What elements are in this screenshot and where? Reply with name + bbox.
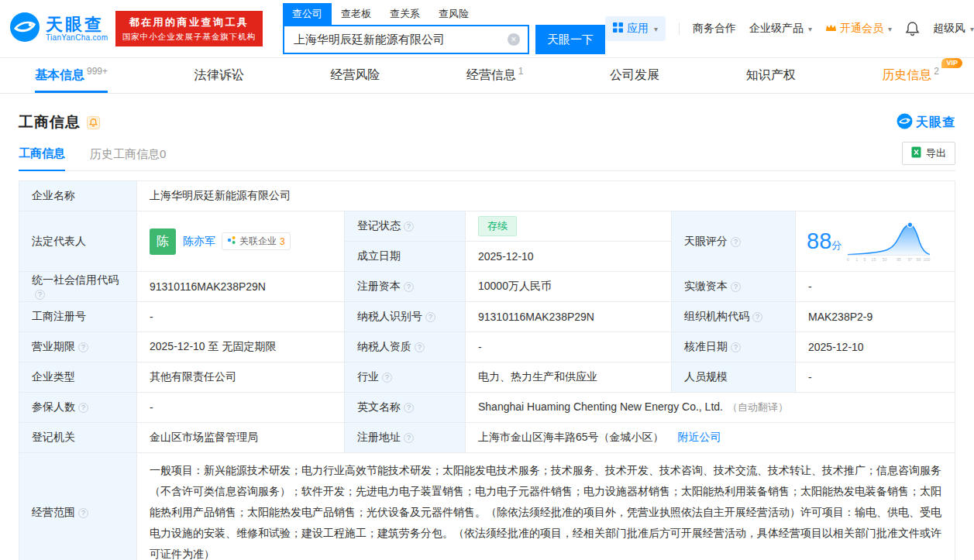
svg-text:1: 1	[855, 257, 858, 262]
tab-business-info[interactable]: 经营信息1	[466, 58, 524, 93]
legal-rep-label: 法定代表人	[19, 211, 137, 272]
industry-value: 电力、热力生产和供应业	[466, 362, 672, 393]
reg-authority-label: 登记机关	[19, 423, 137, 453]
legal-rep-cell: 陈 陈亦军 关联企业 3	[137, 211, 345, 272]
approval-date-label: 核准日期?	[672, 332, 796, 362]
svg-text:95: 95	[897, 257, 901, 262]
tianyancha-watermark: 天眼查	[897, 113, 955, 132]
search-tab-risk[interactable]: 查风险	[429, 3, 478, 25]
auto-translate-note: （自动翻译）	[728, 401, 788, 413]
help-icon[interactable]: ?	[731, 237, 741, 247]
svg-text:5: 5	[864, 257, 866, 262]
paid-capital-value: -	[796, 272, 955, 302]
tianyancha-logo[interactable]: 天眼查 TianYanCha.com	[9, 12, 108, 46]
english-name-label: 英文名称?	[345, 393, 466, 423]
tab-company-development[interactable]: 公司发展	[610, 58, 659, 93]
svg-text:97: 97	[908, 257, 913, 262]
help-icon[interactable]: ?	[382, 373, 392, 383]
search-input[interactable]	[292, 33, 508, 47]
section-title: 工商信息	[19, 112, 81, 132]
tianyancha-logo-icon	[9, 12, 40, 46]
search-button[interactable]: 天眼一下	[535, 25, 605, 54]
business-term-label: 营业期限?	[19, 332, 137, 362]
score-distribution-chart: 0 1 5 15 50 95 97 99 100	[846, 220, 934, 263]
company-type-value: 其他有限责任公司	[137, 362, 345, 393]
search-tab-relations[interactable]: 查关系	[380, 3, 429, 25]
reg-status-value: 存续	[466, 211, 672, 242]
apps-menu[interactable]: 应用 ▾	[605, 16, 666, 41]
score-cell[interactable]: 88分	[796, 211, 955, 272]
help-icon[interactable]: ?	[404, 433, 414, 443]
business-info-table: 企业名称 上海华明辰廷新能源有限公司 法定代表人 陈 陈亦军	[19, 180, 955, 560]
menu-enterprise-products[interactable]: 企业级产品 ▾	[749, 22, 812, 36]
approval-date-value: 2025-12-10	[796, 332, 955, 362]
page: 天眼查 TianYanCha.com 都在用的商业查询工具 国家中小企业发展子基…	[0, 0, 974, 560]
legal-rep-link[interactable]: 陈亦军	[183, 235, 215, 249]
menu-super-risk[interactable]: 超级风 ▾	[933, 22, 974, 36]
export-button[interactable]: 导出	[902, 142, 955, 165]
table-row: 统一社会信用代码? 91310116MAK238P29N 注册资本? 10000…	[19, 272, 955, 302]
reg-status-label: 登记状态?	[345, 211, 466, 242]
business-scope-label: 经营范围?	[19, 453, 137, 560]
help-icon[interactable]: ?	[752, 312, 762, 322]
search-box: ×	[283, 25, 529, 54]
tianyancha-watermark-icon	[897, 113, 913, 132]
subtab-business-registration[interactable]: 工商信息	[19, 146, 65, 171]
tab-intellectual-property[interactable]: 知识产权	[746, 58, 796, 93]
table-row: 企业类型 其他有限责任公司 行业? 电力、热力生产和供应业 人员规模 -	[19, 362, 955, 393]
reg-number-value: -	[137, 302, 345, 332]
help-icon[interactable]: ?	[731, 342, 741, 352]
help-icon[interactable]: ?	[404, 222, 414, 232]
clear-icon[interactable]: ×	[508, 33, 520, 46]
help-icon[interactable]: ?	[415, 342, 425, 352]
promo-line2: 国家中小企业发展子基金旗下机构	[122, 32, 256, 43]
help-icon[interactable]: ?	[425, 312, 435, 322]
apps-menu-label: 应用	[627, 22, 649, 36]
help-icon[interactable]: ?	[404, 282, 414, 292]
tab-business-risk[interactable]: 经营风险	[330, 58, 380, 93]
menu-cooperation[interactable]: 商务合作	[693, 22, 736, 36]
reg-address-value: 上海市金山区海丰路65号（金城小区） 附近公司	[466, 423, 955, 453]
reg-authority-value: 金山区市场监督管理局	[137, 423, 345, 453]
help-icon[interactable]: ?	[731, 282, 741, 292]
notifications-bell-icon[interactable]	[905, 21, 920, 36]
paid-capital-label: 实缴资本?	[672, 272, 796, 302]
table-row: 参保人数? - 英文名称? Shanghai Huaming Chenting …	[19, 393, 955, 423]
table-row: 企业名称 上海华明辰廷新能源有限公司	[19, 181, 955, 211]
help-icon[interactable]: ?	[78, 342, 88, 352]
taxpayer-qualification-value: -	[466, 332, 672, 362]
help-icon[interactable]: ?	[404, 403, 414, 413]
help-icon[interactable]: ?	[78, 403, 88, 413]
tab-legal-proceedings[interactable]: 法律诉讼	[194, 58, 244, 93]
search-tab-boss[interactable]: 查老板	[332, 3, 380, 25]
tab-history-info[interactable]: 历史信息2 VIP	[882, 58, 939, 93]
legal-rep-avatar[interactable]: 陈	[150, 228, 176, 255]
related-companies-icon	[227, 235, 236, 247]
org-code-label: 组织机构代码?	[672, 302, 796, 332]
insured-count-label: 参保人数?	[19, 393, 137, 423]
apps-grid-icon	[613, 22, 623, 35]
company-type-label: 企业类型	[19, 362, 137, 393]
staff-size-value: -	[796, 362, 955, 393]
vip-badge: VIP	[941, 58, 962, 68]
svg-text:99: 99	[917, 257, 921, 262]
tab-basic-info[interactable]: 基本信息999+	[35, 58, 108, 93]
brand-name: 天眼查	[46, 15, 108, 33]
menu-open-vip[interactable]: 开通会员 ▾	[825, 22, 892, 36]
nearby-companies-link[interactable]: 附近公司	[677, 431, 721, 443]
establish-date-value: 2025-12-10	[466, 242, 672, 272]
insured-count-value: -	[137, 393, 345, 423]
table-row: 工商注册号 - 纳税人识别号? 91310116MAK238P29N 组织机构代…	[19, 302, 955, 332]
related-companies-chip[interactable]: 关联企业 3	[222, 232, 291, 250]
top-header: 天眼查 TianYanCha.com 都在用的商业查询工具 国家中小企业发展子基…	[0, 0, 974, 58]
svg-text:50: 50	[883, 257, 887, 262]
monitor-bell-icon[interactable]	[87, 116, 100, 129]
search-tab-company[interactable]: 查公司	[283, 3, 332, 25]
company-nav-tabs: 基本信息999+ 法律诉讼 经营风险 经营信息1 公司发展 知识产权 历史信息2…	[0, 58, 974, 94]
table-row: 营业期限? 2025-12-10 至 无固定期限 纳税人资质? - 核准日期? …	[19, 332, 955, 362]
help-icon[interactable]: ?	[35, 290, 45, 300]
establish-date-label: 成立日期	[345, 242, 466, 272]
help-icon[interactable]: ?	[78, 508, 88, 518]
credit-code-label: 统一社会信用代码?	[19, 272, 137, 302]
subtab-history-registration[interactable]: 历史工商信息0	[90, 147, 166, 170]
